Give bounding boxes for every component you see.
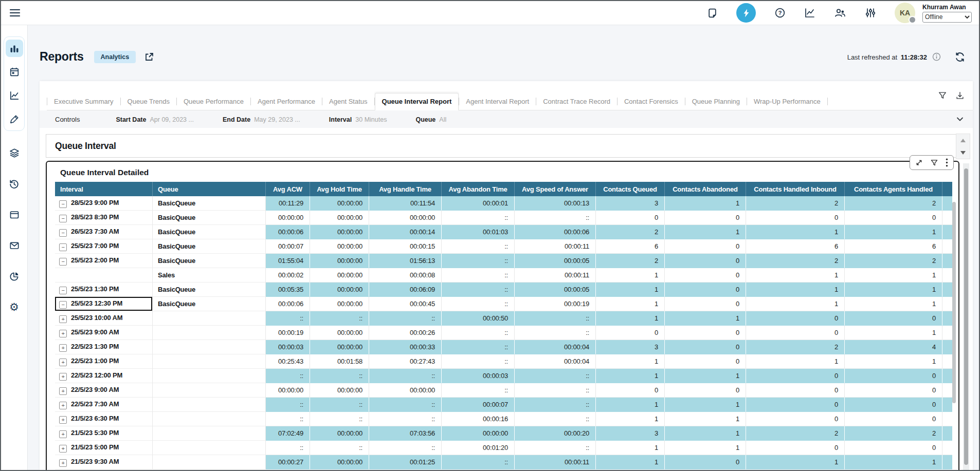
tab-wrap-up-performance[interactable]: Wrap-Up Performance: [747, 93, 827, 110]
value-cell[interactable]: 00:00:04: [515, 354, 596, 369]
value-cell[interactable]: 00:00:00: [310, 268, 369, 282]
value-cell[interactable]: 00:00:33: [369, 340, 442, 354]
value-cell[interactable]: 00:00:08: [369, 268, 442, 282]
table-scrollbar[interactable]: [952, 184, 956, 471]
sidebar-item-pie-chart[interactable]: [6, 268, 23, 285]
value-cell[interactable]: [942, 340, 952, 354]
avatar[interactable]: KA: [895, 3, 915, 23]
column-header-contacts-abandoned[interactable]: Contacts Abandoned: [665, 182, 746, 196]
value-cell[interactable]: [942, 254, 952, 268]
value-cell[interactable]: 1: [596, 311, 665, 326]
expand-row-icon[interactable]: +: [59, 344, 67, 352]
value-cell[interactable]: 00:00:11: [515, 455, 596, 469]
column-header-contacts-queued[interactable]: Contacts Queued: [596, 182, 665, 196]
value-cell[interactable]: 6: [845, 239, 942, 254]
tab-contact-forensics[interactable]: Contact Forensics: [618, 93, 685, 110]
value-cell[interactable]: 00:00:11: [515, 268, 596, 282]
control-end-date[interactable]: End DateMay 29, 2023 ...: [223, 115, 300, 123]
value-cell[interactable]: [942, 282, 952, 297]
value-cell[interactable]: 00:27:43: [369, 354, 442, 369]
value-cell[interactable]: [942, 441, 952, 455]
value-cell[interactable]: 00:00:00: [310, 239, 369, 254]
value-cell[interactable]: 1: [665, 398, 746, 412]
value-cell[interactable]: 1: [665, 311, 746, 326]
value-cell[interactable]: 0: [845, 211, 942, 225]
column-header-contacts-agents-handled[interactable]: Contacts Agents Handled: [845, 182, 942, 196]
queue-cell[interactable]: BasicQueue: [153, 225, 266, 239]
refresh-icon[interactable]: [954, 51, 966, 63]
queue-cell[interactable]: BasicQueue: [153, 297, 266, 311]
queue-cell[interactable]: BasicQueue: [153, 239, 266, 254]
value-cell[interactable]: [942, 455, 952, 469]
value-cell[interactable]: ::: [369, 369, 442, 383]
value-cell[interactable]: 0: [665, 239, 746, 254]
collapse-row-icon[interactable]: −: [59, 287, 67, 294]
value-cell[interactable]: 2: [845, 426, 942, 441]
queue-cell[interactable]: [153, 340, 266, 354]
sidebar-item-annotate[interactable]: [6, 110, 23, 128]
value-cell[interactable]: 4: [845, 340, 942, 354]
tab-agent-interval-report[interactable]: Agent Interval Report: [459, 93, 536, 110]
collapse-row-icon[interactable]: −: [59, 215, 67, 222]
interval-cell[interactable]: −26/5/23 7:30 AM: [55, 225, 153, 239]
value-cell[interactable]: 00:01:03: [442, 225, 515, 239]
sidebar-item-window[interactable]: [6, 206, 23, 223]
value-cell[interactable]: [942, 211, 952, 225]
value-cell[interactable]: [942, 383, 952, 398]
value-cell[interactable]: ::: [515, 398, 596, 412]
queue-cell[interactable]: [153, 426, 266, 441]
value-cell[interactable]: ::: [369, 311, 442, 326]
sheet-scrollbar-thumb[interactable]: [964, 168, 968, 465]
value-cell[interactable]: 1: [596, 282, 665, 297]
value-cell[interactable]: 1: [845, 225, 942, 239]
value-cell[interactable]: 1: [746, 455, 845, 469]
collapse-row-icon[interactable]: −: [59, 258, 67, 266]
value-cell[interactable]: ::: [515, 311, 596, 326]
value-cell[interactable]: 00:00:00: [310, 211, 369, 225]
expand-row-icon[interactable]: +: [59, 359, 67, 366]
value-cell[interactable]: 0: [596, 326, 665, 340]
tab-queue-performance[interactable]: Queue Performance: [177, 93, 250, 110]
value-cell[interactable]: 1: [596, 398, 665, 412]
help-icon[interactable]: ?: [774, 7, 786, 18]
value-cell[interactable]: 1: [596, 297, 665, 311]
value-cell[interactable]: ::: [442, 282, 515, 297]
value-cell[interactable]: 0: [665, 297, 746, 311]
column-header-contacts-handled-inbound[interactable]: Contacts Handled Inbound: [746, 182, 845, 196]
value-cell[interactable]: ::: [266, 369, 310, 383]
value-cell[interactable]: 0: [845, 383, 942, 398]
value-cell[interactable]: 0: [746, 383, 845, 398]
queue-cell[interactable]: [153, 455, 266, 469]
column-header-avg-handle-time[interactable]: Avg Handle Time: [369, 182, 442, 196]
value-cell[interactable]: 2: [596, 254, 665, 268]
queue-cell[interactable]: [153, 412, 266, 426]
notes-icon[interactable]: [707, 8, 718, 18]
value-cell[interactable]: 1: [665, 196, 746, 211]
value-cell[interactable]: 3: [596, 426, 665, 441]
value-cell[interactable]: ::: [515, 369, 596, 383]
value-cell[interactable]: 0: [746, 398, 845, 412]
control-interval[interactable]: Interval30 Minutes: [329, 115, 387, 123]
queue-cell[interactable]: [153, 354, 266, 369]
collapse-row-icon[interactable]: −: [59, 200, 67, 208]
value-cell[interactable]: ::: [369, 398, 442, 412]
value-cell[interactable]: ::: [266, 398, 310, 412]
value-cell[interactable]: 2: [746, 340, 845, 354]
sheet-scrollbar[interactable]: [963, 163, 969, 470]
value-cell[interactable]: [942, 412, 952, 426]
column-header-co[interactable]: Co: [942, 182, 952, 196]
value-cell[interactable]: 6: [596, 239, 665, 254]
value-cell[interactable]: 00:25:43: [266, 354, 310, 369]
sidebar-item-mail[interactable]: [6, 237, 23, 254]
queue-cell[interactable]: BasicQueue: [153, 211, 266, 225]
value-cell[interactable]: 00:00:04: [515, 340, 596, 354]
value-cell[interactable]: 00:00:06: [515, 225, 596, 239]
value-cell[interactable]: ::: [515, 326, 596, 340]
value-cell[interactable]: 1: [596, 354, 665, 369]
value-cell[interactable]: 00:00:00: [442, 426, 515, 441]
value-cell[interactable]: 00:00:00: [369, 211, 442, 225]
value-cell[interactable]: 07:03:56: [369, 426, 442, 441]
value-cell[interactable]: [942, 426, 952, 441]
collapse-row-icon[interactable]: −: [59, 301, 67, 309]
interval-cell[interactable]: −25/5/23 12:30 PM: [55, 297, 153, 311]
